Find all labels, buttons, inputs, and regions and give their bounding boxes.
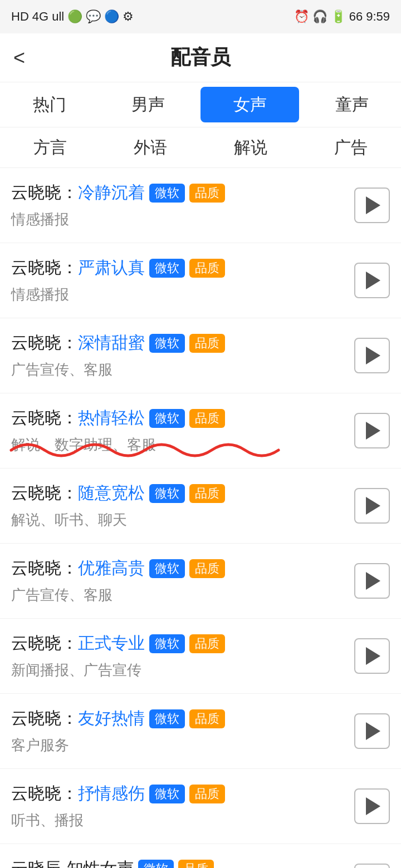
play-button[interactable] (354, 864, 390, 868)
voice-item-title: 云晓晓：正式专业微软品质 (11, 632, 345, 655)
play-icon (366, 497, 380, 515)
page-header: < 配音员 (0, 33, 401, 82)
tab-foreign[interactable]: 外语 (100, 127, 200, 167)
voice-item-title: 云晓辰-知性女声微软品质 (11, 857, 345, 868)
tab-hot[interactable]: 热门 (0, 82, 99, 127)
tab-male[interactable]: 男声 (99, 82, 197, 127)
voice-desc: 广告宣传、客服 (11, 585, 345, 605)
voice-name: 云晓晓：正式专业 (11, 632, 145, 655)
play-icon (366, 422, 380, 440)
badge-microsoft: 微软 (149, 785, 185, 803)
list-item: 云晓晓：优雅高贵微软品质广告宣传、客服 (0, 544, 401, 619)
tab-row-2: 方言 外语 解说 广告 (0, 127, 401, 168)
tab-child[interactable]: 童声 (302, 82, 401, 127)
voice-item-content: 云晓晓：热情轻松微软品质解说、数字助理、客服 (11, 407, 345, 455)
list-item: 云晓晓：随意宽松微软品质解说、听书、聊天 (0, 468, 401, 544)
play-button[interactable] (354, 563, 390, 599)
voice-name: 云晓晓：严肃认真 (11, 257, 145, 279)
headphone-icon: 🎧 (312, 9, 327, 24)
badge-quality: 品质 (189, 785, 225, 803)
list-item: 云晓辰-知性女声微软品质24k、解说、广告宣传、字幕 (0, 844, 401, 868)
voice-desc: 解说、听书、聊天 (11, 510, 345, 530)
play-icon (366, 196, 380, 214)
voice-name: 云晓辰-知性女声 (11, 857, 134, 868)
back-button[interactable]: < (13, 46, 25, 70)
voice-item-title: 云晓晓：随意宽松微软品质 (11, 482, 345, 505)
voice-item-content: 云晓晓：深情甜蜜微软品质广告宣传、客服 (11, 332, 345, 379)
voice-list: 云晓晓：冷静沉着微软品质情感播报云晓晓：严肃认真微软品质情感播报云晓晓：深情甜蜜… (0, 168, 401, 868)
status-bar: HD 4G ull 🟢 💬 🔵 ⚙ ⏰ 🎧 🔋 66 9:59 (0, 0, 401, 33)
wechat-icon: 🟢 (67, 9, 82, 24)
tab-commentary[interactable]: 解说 (200, 127, 301, 167)
voice-name: 云晓晓：冷静沉着 (11, 181, 145, 204)
list-item: 云晓晓：热情轻松微软品质解说、数字助理、客服 (0, 393, 401, 468)
voice-item-title: 云晓晓：深情甜蜜微软品质 (11, 332, 345, 354)
play-button[interactable] (354, 413, 390, 448)
extra-icon2: ⚙ (123, 9, 134, 24)
signal-icon: 4G ull (32, 9, 64, 24)
badge-quality: 品质 (189, 559, 225, 578)
chat-icon: 💬 (86, 9, 101, 24)
play-icon (366, 722, 380, 740)
voice-item-title: 云晓晓：冷静沉着微软品质 (11, 181, 345, 204)
badge-microsoft: 微软 (138, 860, 174, 869)
badge-quality: 品质 (189, 709, 225, 728)
play-icon (366, 647, 380, 665)
play-button[interactable] (354, 188, 390, 223)
play-button[interactable] (354, 338, 390, 373)
badge-microsoft: 微软 (149, 409, 185, 428)
voice-item-title: 云晓晓：热情轻松微软品质 (11, 407, 345, 430)
status-left: HD 4G ull 🟢 💬 🔵 ⚙ (11, 9, 134, 24)
voice-desc: 新闻播报、广告宣传 (11, 660, 345, 680)
list-item: 云晓晓：正式专业微软品质新闻播报、广告宣传 (0, 619, 401, 694)
play-button[interactable] (354, 488, 390, 524)
play-icon (366, 347, 380, 364)
voice-desc: 情感播报 (11, 285, 345, 304)
voice-item-title: 云晓晓：友好热情微软品质 (11, 707, 345, 730)
voice-desc: 解说、数字助理、客服 (11, 435, 345, 455)
extra-icon: 🔵 (104, 9, 119, 24)
voice-item-title: 云晓晓：优雅高贵微软品质 (11, 557, 345, 580)
voice-item-content: 云晓晓：随意宽松微软品质解说、听书、聊天 (11, 482, 345, 530)
play-button[interactable] (354, 263, 390, 298)
status-right: ⏰ 🎧 🔋 66 9:59 (294, 9, 390, 24)
voice-item-content: 云晓晓：正式专业微软品质新闻播报、广告宣传 (11, 632, 345, 680)
play-icon (366, 272, 380, 289)
alarm-icon: ⏰ (294, 9, 309, 24)
play-button[interactable] (354, 638, 390, 674)
voice-desc: 听书、播报 (11, 811, 345, 830)
list-item: 云晓晓：冷静沉着微软品质情感播报 (0, 168, 401, 243)
voice-desc: 广告宣传、客服 (11, 360, 345, 379)
play-button[interactable] (354, 788, 390, 824)
voice-item-content: 云晓晓：冷静沉着微软品质情感播报 (11, 181, 345, 229)
voice-desc: 情感播报 (11, 210, 345, 229)
voice-item-content: 云晓晓：友好热情微软品质客户服务 (11, 707, 345, 755)
list-item: 云晓晓：深情甜蜜微软品质广告宣传、客服 (0, 318, 401, 393)
voice-item-content: 云晓晓：严肃认真微软品质情感播报 (11, 257, 345, 304)
badge-quality: 品质 (189, 484, 225, 503)
badge-microsoft: 微软 (149, 184, 185, 203)
badge-quality: 品质 (189, 184, 225, 203)
tab-ad[interactable]: 广告 (301, 127, 401, 167)
badge-quality: 品质 (189, 409, 225, 428)
badge-microsoft: 微软 (149, 709, 185, 728)
badge-microsoft: 微软 (149, 259, 185, 278)
voice-name: 云晓晓：热情轻松 (11, 407, 145, 430)
voice-name: 云晓晓：抒情感伤 (11, 782, 145, 805)
play-icon (366, 572, 380, 590)
tab-dialect[interactable]: 方言 (0, 127, 100, 167)
badge-microsoft: 微软 (149, 334, 185, 353)
badge-quality: 品质 (178, 860, 214, 869)
page-title: 配音员 (170, 44, 231, 71)
play-button[interactable] (354, 713, 390, 749)
badge-quality: 品质 (189, 634, 225, 653)
time-display: 9:59 (366, 9, 390, 24)
battery-icon: 🔋 (331, 9, 346, 24)
list-item: 云晓晓：抒情感伤微软品质听书、播报 (0, 769, 401, 844)
badge-microsoft: 微软 (149, 559, 185, 578)
tab-female[interactable]: 女声 (200, 87, 299, 122)
badge-quality: 品质 (189, 259, 225, 278)
voice-item-content: 云晓晓：优雅高贵微软品质广告宣传、客服 (11, 557, 345, 605)
list-item: 云晓晓：严肃认真微软品质情感播报 (0, 243, 401, 318)
badge-quality: 品质 (189, 334, 225, 353)
